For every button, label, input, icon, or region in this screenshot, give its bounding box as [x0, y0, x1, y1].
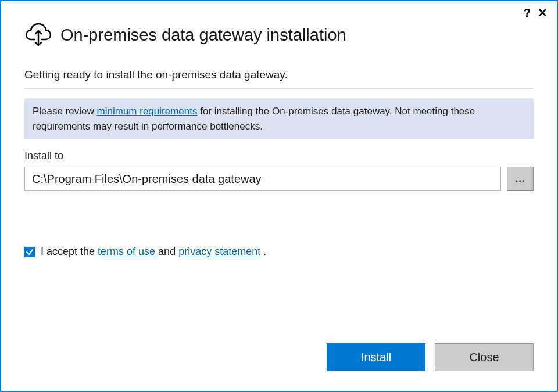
accept-text: I accept the terms of use and privacy st…	[41, 246, 266, 258]
min-requirements-link[interactable]: minimum requirements	[97, 106, 198, 117]
content-area: On-premises data gateway installation Ge…	[1, 1, 557, 343]
accept-prefix: I accept the	[41, 246, 98, 257]
close-button[interactable]: Close	[435, 343, 534, 371]
install-to-label: Install to	[24, 150, 534, 162]
install-path-input[interactable]	[24, 167, 501, 191]
installer-window: ? ✕ On-premises data gateway installatio…	[0, 0, 558, 392]
accept-middle: and	[155, 246, 178, 257]
footer: Install Close	[1, 343, 557, 391]
accept-checkbox[interactable]	[24, 247, 35, 257]
info-banner: Please review minimum requirements for i…	[24, 98, 534, 139]
terms-of-use-link[interactable]: terms of use	[98, 246, 155, 257]
info-prefix: Please review	[33, 106, 97, 117]
install-path-row: ...	[24, 167, 534, 191]
header: On-premises data gateway installation	[24, 22, 534, 48]
accept-suffix: .	[260, 246, 266, 257]
subtitle: Getting ready to install the on-premises…	[24, 69, 534, 89]
help-icon[interactable]: ?	[524, 7, 531, 19]
accept-row: I accept the terms of use and privacy st…	[24, 246, 534, 258]
cloud-arrow-icon	[24, 22, 52, 48]
browse-button[interactable]: ...	[507, 167, 534, 191]
page-title: On-premises data gateway installation	[60, 26, 346, 45]
titlebar-controls: ? ✕	[524, 7, 548, 19]
privacy-statement-link[interactable]: privacy statement	[178, 246, 260, 257]
install-button[interactable]: Install	[327, 343, 425, 371]
close-icon[interactable]: ✕	[538, 7, 548, 19]
